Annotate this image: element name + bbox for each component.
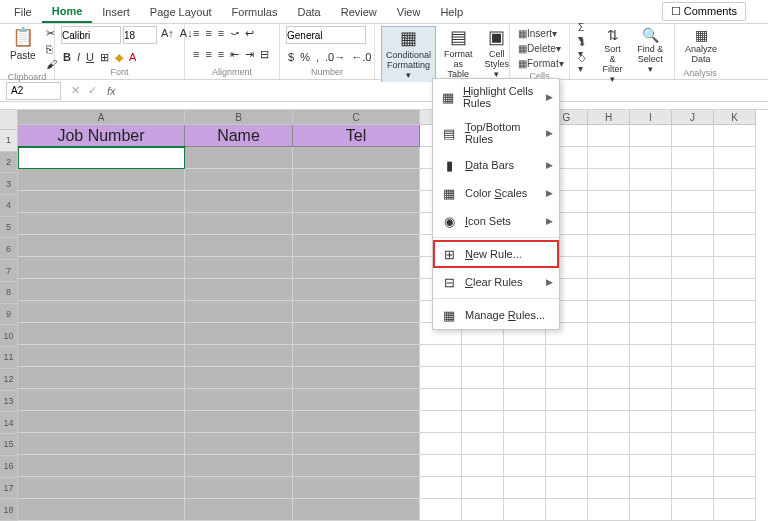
cell[interactable] — [588, 169, 630, 191]
cell[interactable] — [588, 411, 630, 433]
cell[interactable] — [185, 433, 293, 455]
cell[interactable] — [504, 455, 546, 477]
cell[interactable] — [672, 213, 714, 235]
cell[interactable] — [546, 367, 588, 389]
cell[interactable] — [420, 345, 462, 367]
cell[interactable] — [588, 191, 630, 213]
col-header[interactable]: B — [185, 110, 293, 125]
cell[interactable] — [293, 411, 420, 433]
row-header[interactable]: 10 — [0, 325, 18, 347]
cell[interactable] — [293, 147, 420, 169]
cell[interactable] — [420, 433, 462, 455]
fx-icon[interactable]: fx — [101, 85, 122, 97]
spreadsheet-grid[interactable]: 1 2 3 4 5 6 7 8 9 10 11 12 13 14 15 16 1… — [0, 110, 768, 521]
row-header[interactable]: 16 — [0, 456, 18, 478]
cell[interactable] — [588, 279, 630, 301]
row-header[interactable]: 9 — [0, 304, 18, 326]
cell[interactable] — [18, 191, 185, 213]
cell[interactable] — [588, 389, 630, 411]
cell[interactable] — [588, 301, 630, 323]
cell[interactable] — [672, 301, 714, 323]
cell[interactable] — [714, 213, 756, 235]
orientation-icon[interactable]: ⤻ — [228, 26, 241, 41]
align-left-icon[interactable]: ≡ — [191, 47, 201, 62]
cell[interactable] — [18, 455, 185, 477]
cell[interactable] — [293, 279, 420, 301]
cell[interactable] — [714, 147, 756, 169]
cell[interactable] — [672, 323, 714, 345]
cell[interactable] — [546, 455, 588, 477]
row-header[interactable]: 3 — [0, 173, 18, 195]
cell[interactable] — [630, 477, 672, 499]
menu-item-mr[interactable]: ▦Manage Rules... — [433, 301, 559, 329]
cell[interactable] — [18, 147, 185, 169]
cell[interactable] — [672, 433, 714, 455]
cell[interactable] — [672, 499, 714, 521]
cell[interactable] — [462, 367, 504, 389]
tab-insert[interactable]: Insert — [92, 2, 140, 22]
cancel-formula-icon[interactable]: ✕ — [67, 84, 84, 97]
tab-view[interactable]: View — [387, 2, 431, 22]
cell[interactable] — [420, 367, 462, 389]
underline-icon[interactable]: U — [84, 50, 96, 65]
cell[interactable] — [546, 389, 588, 411]
cell[interactable] — [672, 279, 714, 301]
cell[interactable] — [462, 499, 504, 521]
cell[interactable] — [185, 411, 293, 433]
cell-styles-button[interactable]: ▣ CellStyles ▾ — [481, 26, 514, 81]
row-header[interactable]: 17 — [0, 478, 18, 500]
cell[interactable] — [420, 455, 462, 477]
cell[interactable] — [18, 257, 185, 279]
tab-data[interactable]: Data — [287, 2, 330, 22]
clear-button[interactable]: ◇ ▾ — [576, 56, 593, 70]
cell[interactable] — [630, 169, 672, 191]
font-name-select[interactable] — [61, 26, 121, 44]
row-header[interactable]: 4 — [0, 195, 18, 217]
cell[interactable] — [588, 125, 630, 147]
cell[interactable] — [185, 279, 293, 301]
font-color-icon[interactable]: A — [127, 50, 138, 65]
name-box[interactable] — [6, 82, 61, 100]
col-header[interactable]: A — [18, 110, 185, 125]
cell[interactable] — [185, 257, 293, 279]
cell[interactable] — [630, 499, 672, 521]
col-header[interactable]: I — [630, 110, 672, 125]
cell[interactable] — [462, 455, 504, 477]
cell[interactable] — [588, 477, 630, 499]
cell[interactable] — [588, 499, 630, 521]
cell[interactable] — [630, 367, 672, 389]
insert-cells-button[interactable]: ▦ Insert ▾ — [516, 26, 566, 40]
col-header[interactable]: H — [588, 110, 630, 125]
cell[interactable] — [588, 213, 630, 235]
cell[interactable] — [293, 477, 420, 499]
cell[interactable] — [185, 345, 293, 367]
cell[interactable] — [420, 499, 462, 521]
delete-cells-button[interactable]: ▦ Delete ▾ — [516, 41, 566, 55]
cell[interactable] — [185, 477, 293, 499]
cell[interactable] — [672, 477, 714, 499]
cell[interactable] — [18, 345, 185, 367]
cell[interactable] — [462, 411, 504, 433]
cell[interactable] — [630, 301, 672, 323]
row-header[interactable]: 2 — [0, 152, 18, 174]
indent-dec-icon[interactable]: ⇤ — [228, 47, 241, 62]
cell[interactable] — [672, 367, 714, 389]
cell[interactable] — [630, 411, 672, 433]
cell[interactable] — [588, 455, 630, 477]
cell[interactable] — [504, 499, 546, 521]
cell[interactable] — [420, 411, 462, 433]
cell[interactable] — [672, 169, 714, 191]
cell[interactable] — [185, 147, 293, 169]
cell[interactable] — [672, 235, 714, 257]
wrap-text-icon[interactable]: ↩ — [243, 26, 256, 41]
row-header[interactable]: 18 — [0, 499, 18, 521]
cell[interactable] — [714, 301, 756, 323]
cell[interactable] — [672, 257, 714, 279]
cell[interactable] — [630, 257, 672, 279]
paste-button[interactable]: 📋 Paste — [6, 26, 40, 63]
cell[interactable] — [293, 455, 420, 477]
tab-help[interactable]: Help — [430, 2, 473, 22]
cell[interactable]: Job Number — [18, 125, 185, 147]
cell[interactable] — [18, 367, 185, 389]
col-header[interactable]: C — [293, 110, 420, 125]
